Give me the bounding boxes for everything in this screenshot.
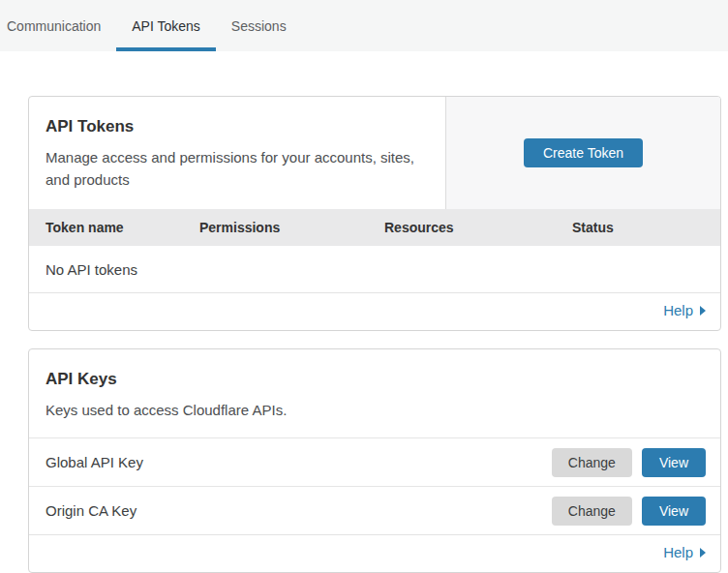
help-arrow-icon [700, 306, 706, 316]
tokens-table-header-permissions: Permissions [199, 220, 384, 235]
api-key-row-origin-ca: Origin CA Key Change View [29, 486, 720, 534]
tab-strip: Communication API Tokens Sessions [0, 0, 728, 51]
tokens-table-header: Token name Permissions Resources Status [29, 209, 720, 246]
api-keys-title: API Keys [46, 370, 704, 389]
api-key-row-global: Global API Key Change View [29, 437, 720, 486]
api-keys-card: API Keys Keys used to access Cloudflare … [28, 348, 721, 573]
api-keys-help-label: Help [663, 544, 693, 560]
api-tokens-title: API Tokens [46, 117, 429, 136]
tokens-table-header-token-name: Token name [46, 220, 199, 235]
api-keys-card-footer: Help [29, 534, 720, 572]
api-tokens-card: API Tokens Manage access and permissions… [28, 96, 721, 331]
tokens-table-header-resources: Resources [384, 220, 572, 235]
api-tokens-action-panel: Create Token [445, 97, 720, 209]
tokens-empty-message: No API tokens [46, 261, 137, 278]
view-global-api-key-button[interactable]: View [642, 448, 706, 477]
tab-communication[interactable]: Communication [7, 0, 116, 51]
tab-api-tokens[interactable]: API Tokens [116, 0, 216, 51]
api-tokens-help-label: Help [663, 302, 693, 318]
api-key-label-global: Global API Key [46, 454, 143, 470]
api-tokens-description: Manage access and permissions for your a… [46, 146, 429, 192]
help-arrow-icon [700, 548, 706, 558]
api-keys-card-header: API Keys Keys used to access Cloudflare … [29, 349, 720, 437]
tokens-empty-row: No API tokens [29, 246, 720, 292]
api-tokens-card-footer: Help [29, 292, 720, 330]
view-origin-ca-key-button[interactable]: View [642, 497, 706, 526]
tab-sessions[interactable]: Sessions [216, 0, 302, 51]
api-tokens-help-link[interactable]: Help [663, 302, 706, 318]
api-keys-description: Keys used to access Cloudflare APIs. [46, 399, 704, 421]
create-token-button[interactable]: Create Token [524, 138, 643, 167]
tokens-table-header-status: Status [572, 220, 720, 235]
api-keys-help-link[interactable]: Help [663, 544, 706, 560]
change-global-api-key-button[interactable]: Change [552, 448, 632, 477]
api-key-label-origin-ca: Origin CA Key [46, 502, 136, 519]
change-origin-ca-key-button[interactable]: Change [552, 497, 632, 526]
api-tokens-card-intro: API Tokens Manage access and permissions… [29, 97, 445, 209]
api-tokens-card-header: API Tokens Manage access and permissions… [29, 97, 720, 209]
